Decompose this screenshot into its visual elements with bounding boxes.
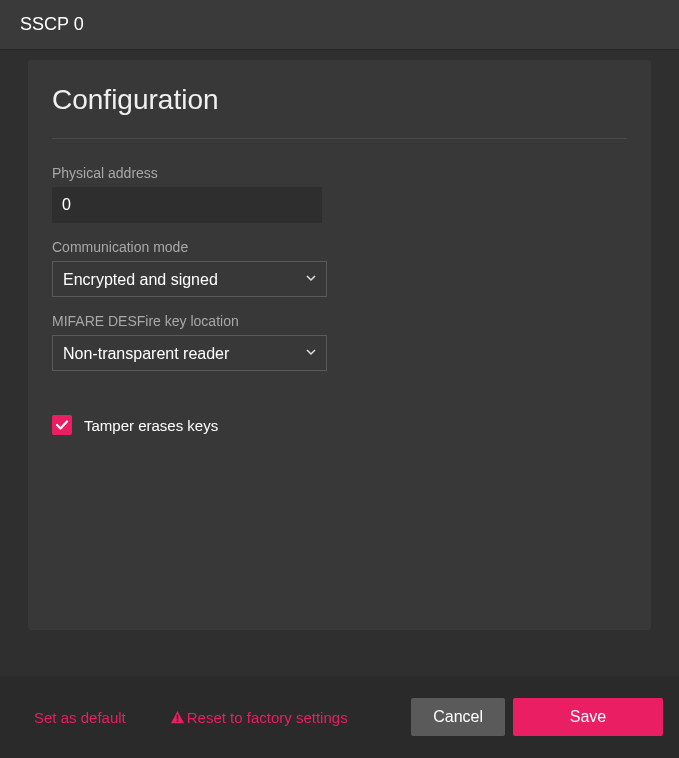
communication-mode-select[interactable]: Encrypted and signed xyxy=(52,261,327,297)
physical-address-input[interactable] xyxy=(52,187,322,223)
window-title: SSCP 0 xyxy=(20,14,659,35)
panel-heading: Configuration xyxy=(52,84,627,139)
physical-address-label: Physical address xyxy=(52,165,627,181)
tamper-erases-keys-label: Tamper erases keys xyxy=(84,417,218,434)
reset-to-factory-label: Reset to factory settings xyxy=(187,709,348,726)
warning-icon xyxy=(170,710,185,725)
cancel-button[interactable]: Cancel xyxy=(411,698,505,736)
tamper-erases-keys-row: Tamper erases keys xyxy=(52,415,627,435)
footer: Set as default Reset to factory settings… xyxy=(0,676,679,758)
svg-rect-1 xyxy=(176,720,178,722)
physical-address-field: Physical address xyxy=(52,165,627,223)
tamper-erases-keys-checkbox[interactable] xyxy=(52,415,72,435)
communication-mode-label: Communication mode xyxy=(52,239,627,255)
save-button[interactable]: Save xyxy=(513,698,663,736)
configuration-panel: Configuration Physical address Communica… xyxy=(28,60,651,630)
reset-to-factory-button[interactable]: Reset to factory settings xyxy=(166,703,352,732)
desfire-key-location-select[interactable]: Non-transparent reader xyxy=(52,335,327,371)
set-as-default-button[interactable]: Set as default xyxy=(30,703,130,732)
svg-rect-0 xyxy=(176,714,178,719)
desfire-key-location-label: MIFARE DESFire key location xyxy=(52,313,627,329)
communication-mode-field: Communication mode Encrypted and signed xyxy=(52,239,627,297)
main-area: Configuration Physical address Communica… xyxy=(0,50,679,676)
check-icon xyxy=(55,418,69,432)
desfire-key-location-field: MIFARE DESFire key location Non-transpar… xyxy=(52,313,627,371)
titlebar: SSCP 0 xyxy=(0,0,679,50)
